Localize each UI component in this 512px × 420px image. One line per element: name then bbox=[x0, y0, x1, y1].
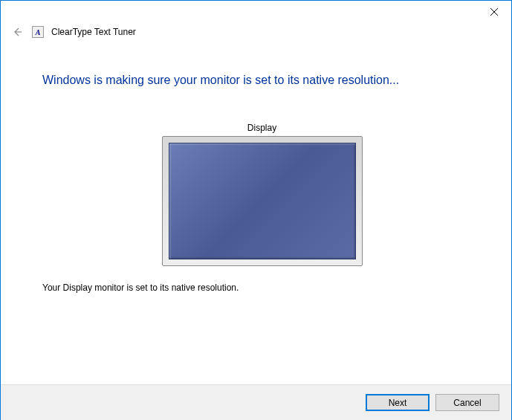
monitor-screen-icon bbox=[169, 143, 356, 259]
close-icon bbox=[490, 8, 498, 16]
wizard-content: Windows is making sure your monitor is s… bbox=[1, 44, 511, 308]
app-icon: A bbox=[32, 26, 44, 38]
close-button[interactable] bbox=[477, 1, 511, 23]
app-title: ClearType Text Tuner bbox=[51, 27, 136, 37]
app-icon-letter: A bbox=[36, 28, 41, 36]
wizard-header: A ClearType Text Tuner bbox=[1, 25, 511, 44]
monitor-label: Display bbox=[247, 123, 276, 133]
status-text: Your Display monitor is set to its nativ… bbox=[42, 282, 482, 293]
next-button[interactable]: Next bbox=[366, 394, 430, 411]
wizard-footer: Next Cancel bbox=[1, 384, 511, 420]
cancel-button[interactable]: Cancel bbox=[435, 394, 499, 411]
page-heading: Windows is making sure your monitor is s… bbox=[42, 74, 482, 87]
back-arrow-icon bbox=[11, 26, 23, 38]
titlebar bbox=[1, 1, 511, 25]
monitor-preview[interactable] bbox=[162, 136, 363, 266]
monitor-preview-section: Display bbox=[42, 123, 482, 266]
back-button[interactable] bbox=[10, 25, 25, 39]
